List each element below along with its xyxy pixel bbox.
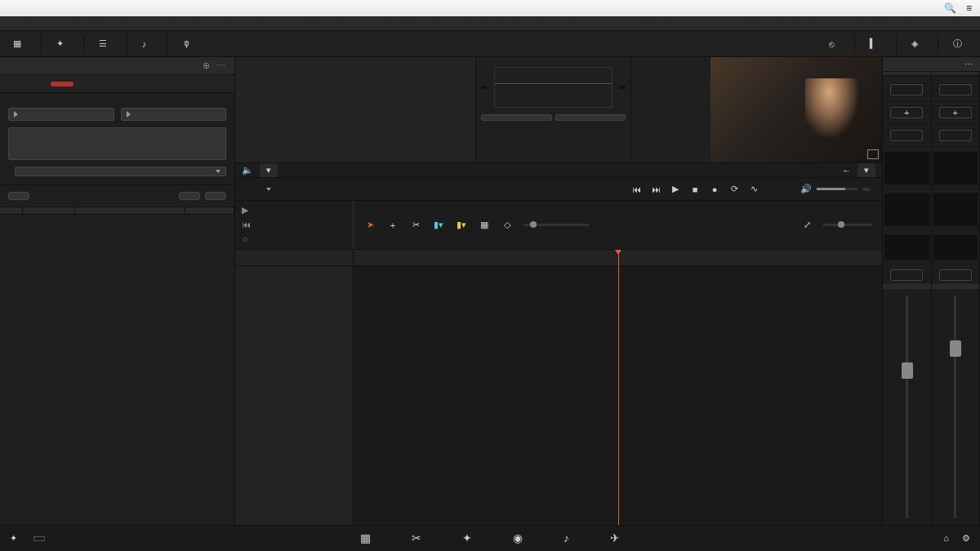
meter-bridge bbox=[235, 57, 475, 162]
hdr-character[interactable] bbox=[23, 207, 75, 214]
play-icon[interactable]: ▶ bbox=[242, 205, 248, 216]
media-page-icon: ▦ bbox=[360, 531, 371, 544]
fast-forward-button[interactable]: ⏭ bbox=[650, 184, 662, 195]
page-edit[interactable]: ✂ bbox=[412, 531, 421, 545]
monitor-source-select[interactable]: ▾ bbox=[260, 163, 278, 177]
input-select[interactable] bbox=[890, 84, 923, 96]
media-pool-icon: ▦ bbox=[13, 38, 21, 49]
beta-badge bbox=[33, 536, 45, 541]
monitor-controls: 🔈 ▾ ← ▾ bbox=[235, 163, 882, 178]
hdr-time[interactable] bbox=[185, 207, 234, 214]
pan-panel[interactable] bbox=[884, 235, 929, 260]
tab-list[interactable] bbox=[51, 82, 74, 87]
cue-table bbox=[0, 207, 234, 525]
reset-button[interactable] bbox=[555, 114, 626, 121]
automation-icon[interactable]: ∿ bbox=[748, 184, 760, 195]
pause-button[interactable] bbox=[481, 114, 552, 121]
tab-setup[interactable] bbox=[162, 82, 185, 87]
meters-icon: ▍ bbox=[870, 38, 876, 49]
inspector-toggle[interactable]: ⓘ bbox=[945, 34, 975, 53]
mixer-options-icon[interactable]: ⋯ bbox=[964, 60, 973, 69]
index-button[interactable]: ☰ bbox=[91, 35, 120, 52]
expand-button[interactable]: ⤢ bbox=[800, 219, 813, 232]
settings-icon[interactable]: ⚙ bbox=[962, 533, 970, 544]
effects-add[interactable]: + bbox=[890, 107, 923, 118]
cr-level[interactable] bbox=[619, 86, 626, 89]
effects-library-button[interactable]: ✦ bbox=[48, 35, 77, 52]
page-fusion[interactable]: ✦ bbox=[462, 531, 472, 545]
page-fairlight[interactable]: ♪ bbox=[564, 531, 569, 545]
character-select[interactable] bbox=[15, 167, 226, 176]
main-bus[interactable] bbox=[890, 269, 923, 281]
page-media[interactable]: ▦ bbox=[360, 531, 371, 545]
meters-toggle[interactable]: ▍ bbox=[862, 35, 889, 52]
mixer-icon: ⎋ bbox=[829, 39, 835, 49]
next-button[interactable] bbox=[205, 192, 226, 200]
mixer-toggle[interactable]: ⎋ bbox=[821, 36, 848, 52]
metadata-toggle[interactable]: ◈ bbox=[903, 35, 931, 52]
adr-button[interactable]: 🎙 bbox=[174, 36, 204, 52]
eq-panel[interactable] bbox=[884, 152, 929, 184]
dialog-text-field[interactable] bbox=[8, 127, 226, 160]
stop-button[interactable]: ■ bbox=[689, 184, 701, 195]
playhead[interactable] bbox=[618, 250, 619, 525]
hdr-dialog[interactable] bbox=[75, 207, 185, 214]
speaker-icon[interactable]: 🔊 bbox=[800, 184, 812, 194]
snap-button[interactable]: ▦ bbox=[478, 219, 491, 232]
speaker-icon[interactable]: 🔈 bbox=[242, 165, 253, 176]
fader[interactable] bbox=[906, 295, 908, 518]
track-zoom-slider[interactable] bbox=[823, 224, 872, 226]
fader[interactable] bbox=[954, 295, 956, 518]
chevron-down-icon bbox=[216, 170, 220, 173]
control-room-panel bbox=[475, 57, 630, 162]
fx-icon: ✦ bbox=[56, 38, 64, 49]
page-color[interactable]: ◉ bbox=[513, 531, 523, 545]
mic-icon: 🎙 bbox=[182, 39, 191, 49]
rewind-button[interactable]: ⏮ bbox=[630, 184, 642, 195]
previous-button[interactable] bbox=[179, 192, 200, 200]
selection-tool[interactable]: ➤ bbox=[363, 219, 376, 232]
loudness-panel bbox=[630, 57, 710, 162]
home-icon[interactable]: ⌂ bbox=[943, 533, 949, 544]
track-summary bbox=[235, 250, 353, 266]
sound-library-button[interactable]: ♪ bbox=[134, 36, 160, 52]
monitor-main-select[interactable]: ▾ bbox=[858, 163, 875, 177]
razor-tool[interactable]: ✂ bbox=[409, 219, 422, 232]
play-button[interactable]: ▶ bbox=[670, 184, 681, 195]
window-title bbox=[0, 16, 980, 31]
volume-slider[interactable] bbox=[817, 188, 858, 190]
add-marker-button[interactable]: + bbox=[386, 219, 399, 232]
dynamics-panel[interactable] bbox=[884, 193, 929, 226]
loop-button[interactable]: ⟳ bbox=[728, 184, 740, 195]
tab-record[interactable] bbox=[106, 82, 129, 87]
page-navigation: ✦ ▦ ✂ ✦ ◉ ♪ ✈ ⌂ ⚙ bbox=[0, 525, 980, 551]
fusion-page-icon: ✦ bbox=[462, 531, 472, 544]
tc-out-field[interactable] bbox=[121, 108, 227, 121]
adr-options-icon[interactable]: ⋯ bbox=[213, 60, 228, 71]
link-button[interactable]: ◇ bbox=[501, 219, 514, 232]
mixer-strip-a1: + bbox=[883, 72, 932, 525]
flag-cyan-button[interactable]: ▮▾ bbox=[432, 219, 445, 232]
timeline-select[interactable] bbox=[263, 188, 271, 191]
menu-extras-icon[interactable]: ≡ bbox=[966, 2, 972, 14]
mute-button[interactable] bbox=[481, 86, 488, 89]
zoom-slider[interactable] bbox=[523, 224, 589, 226]
tc-in-field[interactable] bbox=[8, 108, 114, 121]
media-pool-button[interactable]: ▦ bbox=[5, 35, 34, 52]
page-deliver[interactable]: ✈ bbox=[610, 531, 620, 545]
adr-pin-icon[interactable]: ⊕ bbox=[198, 60, 213, 71]
skip-icon[interactable]: ⏮ bbox=[242, 220, 248, 229]
loop-icon[interactable]: ○ bbox=[242, 234, 248, 244]
record-button[interactable]: ● bbox=[709, 184, 720, 195]
dim-button[interactable] bbox=[862, 188, 871, 191]
ui-toolbar: ▦ ✦ ☰ ♪ 🎙 ⎋ ▍ ◈ ⓘ bbox=[0, 31, 980, 57]
search-icon[interactable]: 🔍 bbox=[944, 2, 956, 14]
flag-yellow-button[interactable]: ▮▾ bbox=[455, 219, 468, 232]
arrow-left-icon[interactable]: ← bbox=[842, 166, 851, 176]
insert-slot[interactable] bbox=[890, 130, 923, 141]
new-cue-button[interactable] bbox=[8, 192, 29, 200]
hdr-cue[interactable] bbox=[0, 207, 23, 214]
edit-page-icon: ✂ bbox=[412, 531, 421, 544]
video-viewer[interactable] bbox=[710, 57, 882, 162]
expand-viewer-icon[interactable] bbox=[867, 149, 879, 159]
